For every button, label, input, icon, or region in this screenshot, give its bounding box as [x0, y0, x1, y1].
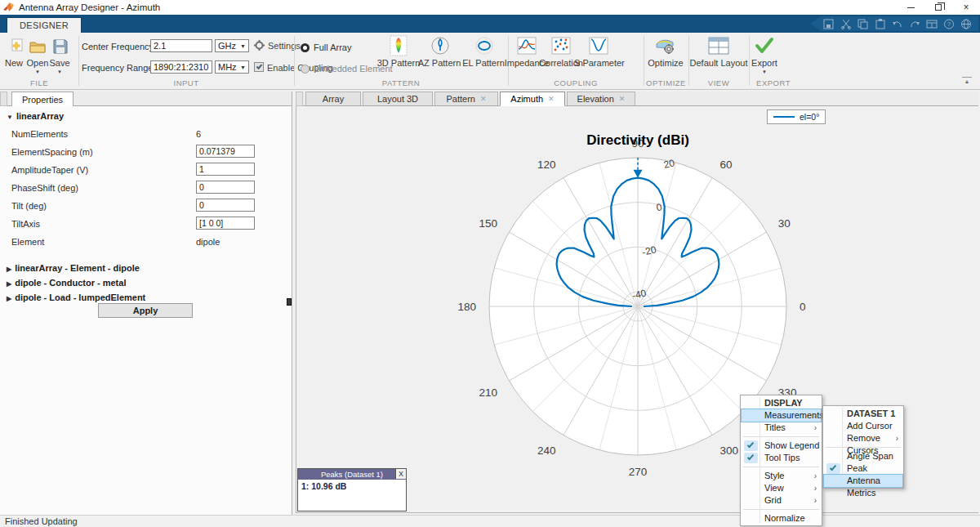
undo-icon[interactable]	[892, 19, 903, 29]
minimize-button[interactable]	[897, 0, 924, 15]
pattern-section-label: PATTERN	[294, 78, 508, 87]
community-icon[interactable]	[960, 19, 972, 29]
peaks-window-titlebar[interactable]: Peaks (Dataset 1) X	[298, 469, 406, 480]
pattern-3d-button[interactable]	[388, 35, 409, 56]
save-button[interactable]	[50, 36, 71, 57]
prop-value-numelements: 6	[196, 129, 201, 139]
maximize-button[interactable]	[924, 0, 952, 15]
el-pattern-button[interactable]	[474, 35, 495, 56]
center-frequency-input[interactable]	[150, 39, 212, 52]
impedance-button[interactable]	[516, 35, 537, 56]
lineararray-group-header[interactable]: ▼linearArray	[7, 111, 64, 121]
s-parameter-button[interactable]	[588, 35, 609, 56]
frequency-range-unit-select[interactable]: MHz▼	[215, 60, 249, 74]
menu-item-measurements[interactable]: Measurements›	[742, 409, 821, 422]
chevron-down-icon: ▼	[240, 43, 246, 49]
apply-button[interactable]: Apply	[98, 303, 193, 318]
center-frequency-unit-select[interactable]: GHz▼	[215, 39, 249, 52]
prop-label-element: Element	[11, 237, 44, 247]
title-bar: Antenna Array Designer - Azimuth ×	[0, 0, 980, 15]
tab-pattern[interactable]: Pattern✕	[434, 92, 498, 106]
menu-item-antenna-metrics[interactable]: Antenna Metrics	[824, 475, 902, 487]
redo-icon[interactable]	[909, 19, 920, 29]
export-dropdown-icon[interactable]: ▼	[762, 69, 767, 74]
window-layout-icon[interactable]	[926, 19, 938, 29]
panel-splitter-handle[interactable]	[287, 298, 292, 306]
tab-designer[interactable]: DESIGNER	[7, 17, 82, 33]
tab-azimuth[interactable]: Azimuth✕	[500, 92, 565, 106]
collapse-ribbon-button[interactable]: ▲	[962, 77, 972, 84]
center-frequency-label: Center Frequency	[82, 42, 154, 51]
quick-access-toolbar: ?	[810, 16, 978, 31]
angle-tick-label: 60	[720, 159, 733, 171]
menu-item-normalize-data[interactable]: Normalize Data	[742, 512, 821, 525]
optimize-button[interactable]	[655, 35, 676, 56]
open-button[interactable]	[27, 36, 48, 57]
tab-array[interactable]: Array	[305, 92, 361, 106]
frequency-range-label: Frequency Range	[82, 63, 153, 73]
open-dropdown-icon[interactable]: ▼	[35, 69, 40, 74]
s-parameter-label: S Parameter	[574, 58, 623, 68]
new-button[interactable]	[4, 36, 25, 57]
tab-elevation[interactable]: Elevation✕	[567, 92, 635, 106]
prop-input-elementspacing[interactable]	[196, 145, 255, 158]
close-tab-icon[interactable]: ✕	[619, 95, 626, 103]
menu-item-tool-tips[interactable]: Tool Tips	[742, 452, 821, 464]
save-icon[interactable]	[823, 19, 835, 29]
svg-text:?: ?	[947, 20, 951, 28]
chart-title: Directivity (dBi)	[515, 132, 760, 149]
status-bar: Finished Updating	[0, 515, 980, 527]
export-button[interactable]	[754, 35, 775, 56]
menu-item-style[interactable]: Style›	[742, 470, 821, 482]
submenu-header: DATASET 1	[824, 407, 902, 420]
group-lineararray-element-dipole[interactable]: ▶linearArray - Element - dipole	[7, 263, 140, 273]
paste-icon[interactable]	[875, 19, 886, 29]
prop-label-tiltaxis: TiltAxis	[11, 219, 40, 229]
correlation-icon	[551, 36, 571, 56]
help-icon[interactable]: ?	[943, 19, 955, 29]
save-dropdown-icon[interactable]: ▼	[57, 69, 62, 74]
menu-item-angle-span[interactable]: Angle Span	[824, 450, 902, 462]
peaks-close-button[interactable]: X	[395, 469, 406, 479]
antenna-array-designer-window: Antenna Array Designer - Azimuth × DESIG…	[0, 0, 980, 527]
close-tab-icon[interactable]: ✕	[480, 95, 487, 103]
menu-item-remove-cursors[interactable]: Remove Cursors›	[824, 432, 902, 444]
triangle-right-icon: ▶	[7, 280, 11, 288]
submenu-arrow-icon: ›	[814, 494, 817, 507]
group-dipole-conductor-metal[interactable]: ▶dipole - Conductor - metal	[7, 278, 126, 288]
close-tab-icon[interactable]: ✕	[548, 95, 555, 103]
check-icon	[256, 63, 263, 69]
legend[interactable]: el=0°	[767, 109, 826, 124]
pattern-3d-label: 3D Pattern	[376, 58, 421, 68]
prop-input-amplitudetaper[interactable]	[196, 163, 255, 176]
copy-icon[interactable]	[858, 19, 869, 29]
panel-collapse-stub[interactable]	[0, 92, 7, 106]
menu-item-grid[interactable]: Grid›	[742, 494, 821, 507]
menu-item-show-legend[interactable]: Show Legend	[742, 440, 821, 452]
tab-properties[interactable]: Properties	[11, 92, 74, 106]
angle-tick-label: 210	[479, 386, 498, 399]
correlation-button[interactable]	[550, 35, 572, 56]
new-button-label: New	[2, 58, 26, 68]
menu-item-add-cursor[interactable]: Add Cursor	[824, 420, 902, 432]
default-layout-button[interactable]	[708, 35, 729, 56]
prop-input-tilt[interactable]	[196, 199, 255, 212]
plot-panel-collapse-stub[interactable]	[296, 92, 303, 106]
prop-input-tiltaxis[interactable]	[196, 217, 255, 230]
tab-layout-3d[interactable]: Layout 3D	[363, 92, 433, 106]
full-array-radio[interactable]	[301, 43, 310, 52]
menu-item-titles[interactable]: Titles›	[742, 422, 821, 434]
embedded-element-radio[interactable]	[301, 65, 310, 74]
group-dipole-load-lumpedelement[interactable]: ▶dipole - Load - lumpedElement	[7, 293, 145, 302]
enable-coupling-checkbox[interactable]	[254, 62, 264, 72]
cut-icon[interactable]	[840, 19, 852, 29]
prop-label-numelements: NumElements	[11, 129, 68, 139]
close-button[interactable]: ×	[952, 0, 980, 15]
az-pattern-button[interactable]	[430, 35, 451, 56]
prop-input-phaseshift[interactable]	[196, 181, 255, 194]
menu-item-view[interactable]: View›	[742, 482, 821, 494]
menu-item-peak-locations[interactable]: Peak Locations	[824, 462, 902, 475]
peaks-window[interactable]: Peaks (Dataset 1) X 1: 10.96 dB	[297, 468, 407, 511]
el-pattern-icon	[474, 36, 494, 56]
frequency-range-input[interactable]	[150, 60, 212, 74]
